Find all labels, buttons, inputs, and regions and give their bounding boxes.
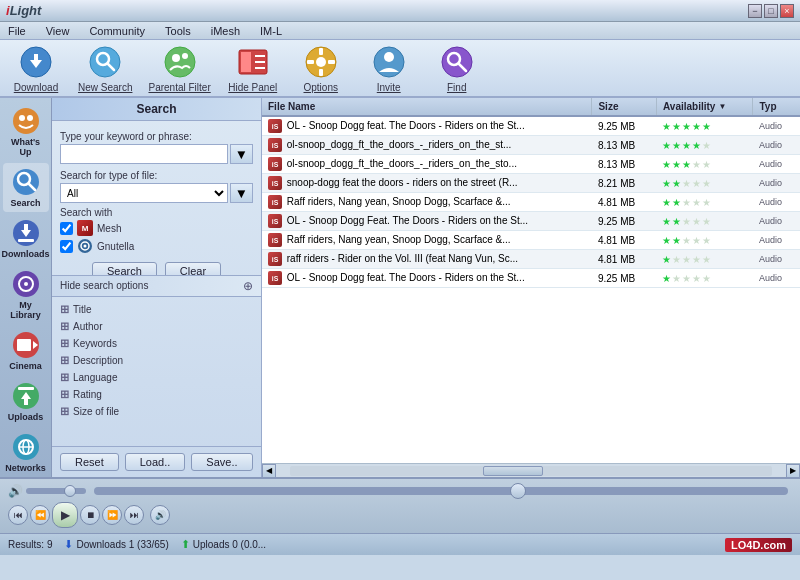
gnutella-checkbox[interactable] bbox=[60, 240, 73, 253]
col-availability[interactable]: Availability ▼ bbox=[656, 98, 753, 116]
scroll-thumb[interactable] bbox=[483, 466, 543, 476]
rewind-button[interactable]: ⏪ bbox=[30, 505, 50, 525]
reset-button[interactable]: Reset bbox=[60, 453, 119, 471]
row-type-icon: iS bbox=[268, 138, 282, 152]
toolbar-find[interactable]: Find bbox=[431, 44, 483, 93]
adv-description: ⊞ Description bbox=[60, 352, 253, 369]
col-size[interactable]: Size bbox=[592, 98, 657, 116]
scroll-right[interactable]: ▶ bbox=[786, 464, 800, 478]
table-row[interactable]: iS OL - Snoop Dogg feat. The Doors - Rid… bbox=[262, 269, 800, 288]
sidebar-item-networks[interactable]: Networks bbox=[3, 428, 49, 477]
star: ★ bbox=[682, 121, 691, 132]
volume-track[interactable] bbox=[26, 488, 86, 494]
star: ★ bbox=[702, 178, 711, 189]
sidebar-item-downloads[interactable]: Downloads bbox=[3, 214, 49, 263]
table-row[interactable]: iS Raff riders, Nang yean, Snoop Dogg, S… bbox=[262, 231, 800, 250]
star: ★ bbox=[662, 121, 671, 132]
minimize-button[interactable]: − bbox=[748, 4, 762, 18]
star: ★ bbox=[692, 197, 701, 208]
status-bar: Results: 9 ⬇ Downloads 1 (33/65) ⬆ Uploa… bbox=[0, 533, 800, 555]
star: ★ bbox=[662, 197, 671, 208]
results-status: Results: 9 bbox=[8, 539, 52, 550]
close-button[interactable]: × bbox=[780, 4, 794, 18]
hide-search-options-bar[interactable]: Hide search options ⊕ bbox=[52, 275, 261, 297]
volume-thumb[interactable] bbox=[64, 485, 76, 497]
maximize-button[interactable]: □ bbox=[764, 4, 778, 18]
col-type[interactable]: Typ bbox=[753, 98, 800, 116]
mesh-checkbox[interactable] bbox=[60, 222, 73, 235]
cell-filename: iS ol-snoop_dogg_ft_the_doors_-_riders_o… bbox=[262, 136, 592, 155]
speaker-button[interactable]: 🔊 bbox=[150, 505, 170, 525]
toolbar-new-search[interactable]: New Search bbox=[78, 44, 132, 93]
col-filename[interactable]: File Name bbox=[262, 98, 592, 116]
download-icon bbox=[18, 44, 54, 80]
networks-icon bbox=[11, 432, 41, 462]
keyword-dropdown[interactable]: ▼ bbox=[230, 144, 253, 164]
forward-button[interactable]: ⏩ bbox=[102, 505, 122, 525]
table-row[interactable]: iS OL - Snoop Dogg Feat. The Doors - Rid… bbox=[262, 212, 800, 231]
sidebar-item-search[interactable]: Search bbox=[3, 163, 49, 212]
menu-bar: File View Community Tools iMesh IM-L bbox=[0, 22, 800, 40]
sidebar-item-uploads[interactable]: Uploads bbox=[3, 377, 49, 426]
toolbar-parental-filter[interactable]: Parental Filter bbox=[148, 44, 210, 93]
row-type-icon: iS bbox=[268, 176, 282, 190]
table-row[interactable]: iS OL - Snoop Dogg feat. The Doors - Rid… bbox=[262, 116, 800, 136]
play-button[interactable]: ▶ bbox=[52, 502, 78, 528]
menu-view[interactable]: View bbox=[42, 25, 74, 37]
expand-icon: ⊕ bbox=[243, 279, 253, 293]
save-button[interactable]: Save.. bbox=[191, 453, 252, 471]
my-library-label: My Library bbox=[5, 300, 47, 320]
type-select[interactable]: All Audio Video Images Documents Softwar… bbox=[60, 183, 228, 203]
menu-tools[interactable]: Tools bbox=[161, 25, 195, 37]
upload-status-icon: ⬆ bbox=[181, 538, 190, 551]
star: ★ bbox=[692, 121, 701, 132]
table-row[interactable]: iS raff riders - Rider on the Vol. III (… bbox=[262, 250, 800, 269]
menu-file[interactable]: File bbox=[4, 25, 30, 37]
mesh-icon: M bbox=[77, 220, 93, 236]
stop-button[interactable]: ⏹ bbox=[80, 505, 100, 525]
svg-point-13 bbox=[316, 57, 326, 67]
results-table-container[interactable]: File Name Size Availability ▼ Typ iS OL … bbox=[262, 98, 800, 463]
toolbar-options[interactable]: Options bbox=[295, 44, 347, 93]
stars-display: ★★★★★ bbox=[662, 197, 747, 208]
scroll-left[interactable]: ◀ bbox=[262, 464, 276, 478]
toolbar-invite[interactable]: Invite bbox=[363, 44, 415, 93]
networks-label: Networks bbox=[5, 463, 46, 473]
load-button[interactable]: Load.. bbox=[125, 453, 186, 471]
sidebar-item-whats-up[interactable]: What's Up bbox=[3, 102, 49, 161]
sidebar-item-my-library[interactable]: My Library bbox=[3, 265, 49, 324]
cell-type: Audio bbox=[753, 136, 800, 155]
svg-rect-14 bbox=[319, 48, 323, 55]
clear-button[interactable]: Clear bbox=[165, 262, 221, 275]
star: ★ bbox=[672, 254, 681, 265]
toolbar-download[interactable]: Download bbox=[10, 44, 62, 93]
table-row[interactable]: iS Raff riders, Nang yean, Snoop Dogg, S… bbox=[262, 193, 800, 212]
search-button[interactable]: Search bbox=[92, 262, 157, 275]
menu-imesh[interactable]: iMesh bbox=[207, 25, 244, 37]
sidebar-item-cinema[interactable]: Cinema bbox=[3, 326, 49, 375]
parental-filter-icon bbox=[162, 44, 198, 80]
table-row[interactable]: iS snoop-dogg feat the doors - riders on… bbox=[262, 174, 800, 193]
star: ★ bbox=[702, 273, 711, 284]
cell-type: Audio bbox=[753, 231, 800, 250]
next-button[interactable]: ⏭ bbox=[124, 505, 144, 525]
progress-thumb[interactable] bbox=[510, 483, 526, 499]
menu-iml[interactable]: IM-L bbox=[256, 25, 286, 37]
progress-track[interactable] bbox=[94, 487, 788, 495]
table-row[interactable]: iS ol-snoop_dogg_ft_the_doors_-_riders_o… bbox=[262, 155, 800, 174]
table-row[interactable]: iS ol-snoop_dogg_ft_the_doors_-_riders_o… bbox=[262, 136, 800, 155]
type-dropdown[interactable]: ▼ bbox=[230, 183, 253, 203]
prev-button[interactable]: ⏮ bbox=[8, 505, 28, 525]
star: ★ bbox=[672, 216, 681, 227]
toolbar-hide-panel[interactable]: Hide Panel bbox=[227, 44, 279, 93]
download-status-icon: ⬇ bbox=[64, 538, 73, 551]
horizontal-scrollbar[interactable]: ◀ ▶ bbox=[262, 463, 800, 477]
adv-size: ⊞ Size of file bbox=[60, 403, 253, 420]
row-type-icon: iS bbox=[268, 233, 282, 247]
my-library-icon bbox=[11, 269, 41, 299]
menu-community[interactable]: Community bbox=[85, 25, 149, 37]
row-type-icon: iS bbox=[268, 214, 282, 228]
options-label: Options bbox=[303, 82, 337, 93]
uploads-icon bbox=[11, 381, 41, 411]
keyword-input[interactable] bbox=[60, 144, 228, 164]
